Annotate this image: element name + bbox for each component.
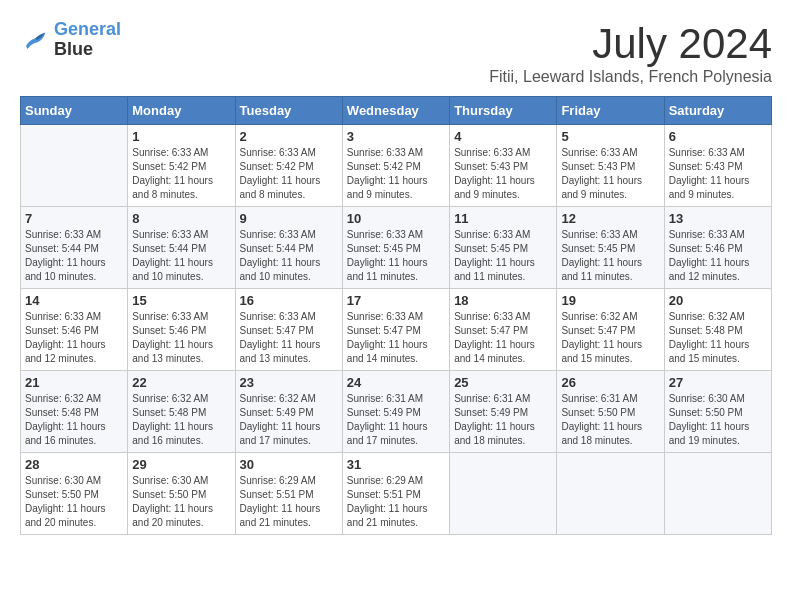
calendar-cell: 31Sunrise: 6:29 AMSunset: 5:51 PMDayligh… xyxy=(342,453,449,535)
calendar-cell: 2Sunrise: 6:33 AMSunset: 5:42 PMDaylight… xyxy=(235,125,342,207)
day-info: Sunrise: 6:33 AMSunset: 5:46 PMDaylight:… xyxy=(25,310,123,366)
calendar-cell: 11Sunrise: 6:33 AMSunset: 5:45 PMDayligh… xyxy=(450,207,557,289)
day-info: Sunrise: 6:29 AMSunset: 5:51 PMDaylight:… xyxy=(240,474,338,530)
logo: General Blue xyxy=(20,20,121,60)
day-number: 30 xyxy=(240,457,338,472)
calendar-cell: 19Sunrise: 6:32 AMSunset: 5:47 PMDayligh… xyxy=(557,289,664,371)
page-header: General Blue July 2024 Fitii, Leeward Is… xyxy=(20,20,772,86)
day-number: 13 xyxy=(669,211,767,226)
day-info: Sunrise: 6:32 AMSunset: 5:48 PMDaylight:… xyxy=(25,392,123,448)
day-info: Sunrise: 6:31 AMSunset: 5:49 PMDaylight:… xyxy=(347,392,445,448)
calendar-cell: 8Sunrise: 6:33 AMSunset: 5:44 PMDaylight… xyxy=(128,207,235,289)
day-info: Sunrise: 6:33 AMSunset: 5:45 PMDaylight:… xyxy=(454,228,552,284)
day-number: 16 xyxy=(240,293,338,308)
calendar-cell: 29Sunrise: 6:30 AMSunset: 5:50 PMDayligh… xyxy=(128,453,235,535)
calendar-cell: 1Sunrise: 6:33 AMSunset: 5:42 PMDaylight… xyxy=(128,125,235,207)
day-number: 9 xyxy=(240,211,338,226)
day-info: Sunrise: 6:33 AMSunset: 5:42 PMDaylight:… xyxy=(240,146,338,202)
day-info: Sunrise: 6:33 AMSunset: 5:47 PMDaylight:… xyxy=(347,310,445,366)
day-number: 17 xyxy=(347,293,445,308)
calendar-cell: 3Sunrise: 6:33 AMSunset: 5:42 PMDaylight… xyxy=(342,125,449,207)
day-info: Sunrise: 6:33 AMSunset: 5:42 PMDaylight:… xyxy=(132,146,230,202)
day-number: 11 xyxy=(454,211,552,226)
calendar-cell: 10Sunrise: 6:33 AMSunset: 5:45 PMDayligh… xyxy=(342,207,449,289)
day-info: Sunrise: 6:30 AMSunset: 5:50 PMDaylight:… xyxy=(669,392,767,448)
day-number: 3 xyxy=(347,129,445,144)
calendar-cell xyxy=(450,453,557,535)
day-number: 18 xyxy=(454,293,552,308)
day-number: 27 xyxy=(669,375,767,390)
calendar-cell: 5Sunrise: 6:33 AMSunset: 5:43 PMDaylight… xyxy=(557,125,664,207)
calendar-cell: 30Sunrise: 6:29 AMSunset: 5:51 PMDayligh… xyxy=(235,453,342,535)
day-number: 7 xyxy=(25,211,123,226)
day-number: 14 xyxy=(25,293,123,308)
calendar-cell: 28Sunrise: 6:30 AMSunset: 5:50 PMDayligh… xyxy=(21,453,128,535)
day-number: 5 xyxy=(561,129,659,144)
day-number: 12 xyxy=(561,211,659,226)
calendar-week-row: 28Sunrise: 6:30 AMSunset: 5:50 PMDayligh… xyxy=(21,453,772,535)
calendar-cell: 7Sunrise: 6:33 AMSunset: 5:44 PMDaylight… xyxy=(21,207,128,289)
title-block: July 2024 Fitii, Leeward Islands, French… xyxy=(489,20,772,86)
calendar-cell: 23Sunrise: 6:32 AMSunset: 5:49 PMDayligh… xyxy=(235,371,342,453)
day-number: 26 xyxy=(561,375,659,390)
day-info: Sunrise: 6:32 AMSunset: 5:48 PMDaylight:… xyxy=(132,392,230,448)
calendar-table: SundayMondayTuesdayWednesdayThursdayFrid… xyxy=(20,96,772,535)
weekday-header: Wednesday xyxy=(342,97,449,125)
calendar-cell: 20Sunrise: 6:32 AMSunset: 5:48 PMDayligh… xyxy=(664,289,771,371)
day-number: 1 xyxy=(132,129,230,144)
day-info: Sunrise: 6:29 AMSunset: 5:51 PMDaylight:… xyxy=(347,474,445,530)
day-number: 29 xyxy=(132,457,230,472)
day-info: Sunrise: 6:32 AMSunset: 5:48 PMDaylight:… xyxy=(669,310,767,366)
calendar-cell: 13Sunrise: 6:33 AMSunset: 5:46 PMDayligh… xyxy=(664,207,771,289)
calendar-cell: 22Sunrise: 6:32 AMSunset: 5:48 PMDayligh… xyxy=(128,371,235,453)
day-info: Sunrise: 6:32 AMSunset: 5:47 PMDaylight:… xyxy=(561,310,659,366)
weekday-header: Thursday xyxy=(450,97,557,125)
day-info: Sunrise: 6:32 AMSunset: 5:49 PMDaylight:… xyxy=(240,392,338,448)
day-number: 22 xyxy=(132,375,230,390)
logo-icon xyxy=(20,25,50,55)
calendar-week-row: 7Sunrise: 6:33 AMSunset: 5:44 PMDaylight… xyxy=(21,207,772,289)
day-number: 25 xyxy=(454,375,552,390)
day-info: Sunrise: 6:33 AMSunset: 5:42 PMDaylight:… xyxy=(347,146,445,202)
day-info: Sunrise: 6:33 AMSunset: 5:45 PMDaylight:… xyxy=(347,228,445,284)
calendar-cell: 17Sunrise: 6:33 AMSunset: 5:47 PMDayligh… xyxy=(342,289,449,371)
day-number: 20 xyxy=(669,293,767,308)
calendar-week-row: 21Sunrise: 6:32 AMSunset: 5:48 PMDayligh… xyxy=(21,371,772,453)
month-title: July 2024 xyxy=(489,20,772,68)
weekday-header: Sunday xyxy=(21,97,128,125)
calendar-cell: 16Sunrise: 6:33 AMSunset: 5:47 PMDayligh… xyxy=(235,289,342,371)
calendar-cell xyxy=(664,453,771,535)
calendar-cell: 4Sunrise: 6:33 AMSunset: 5:43 PMDaylight… xyxy=(450,125,557,207)
calendar-cell: 14Sunrise: 6:33 AMSunset: 5:46 PMDayligh… xyxy=(21,289,128,371)
day-number: 6 xyxy=(669,129,767,144)
day-number: 19 xyxy=(561,293,659,308)
day-info: Sunrise: 6:31 AMSunset: 5:49 PMDaylight:… xyxy=(454,392,552,448)
calendar-cell: 15Sunrise: 6:33 AMSunset: 5:46 PMDayligh… xyxy=(128,289,235,371)
day-info: Sunrise: 6:33 AMSunset: 5:43 PMDaylight:… xyxy=(669,146,767,202)
calendar-week-row: 1Sunrise: 6:33 AMSunset: 5:42 PMDaylight… xyxy=(21,125,772,207)
calendar-cell: 9Sunrise: 6:33 AMSunset: 5:44 PMDaylight… xyxy=(235,207,342,289)
day-info: Sunrise: 6:31 AMSunset: 5:50 PMDaylight:… xyxy=(561,392,659,448)
day-info: Sunrise: 6:33 AMSunset: 5:43 PMDaylight:… xyxy=(454,146,552,202)
logo-text: General Blue xyxy=(54,20,121,60)
day-info: Sunrise: 6:33 AMSunset: 5:47 PMDaylight:… xyxy=(454,310,552,366)
day-info: Sunrise: 6:33 AMSunset: 5:44 PMDaylight:… xyxy=(25,228,123,284)
weekday-header: Monday xyxy=(128,97,235,125)
day-info: Sunrise: 6:33 AMSunset: 5:44 PMDaylight:… xyxy=(132,228,230,284)
day-number: 24 xyxy=(347,375,445,390)
calendar-cell: 24Sunrise: 6:31 AMSunset: 5:49 PMDayligh… xyxy=(342,371,449,453)
day-info: Sunrise: 6:33 AMSunset: 5:43 PMDaylight:… xyxy=(561,146,659,202)
day-info: Sunrise: 6:33 AMSunset: 5:45 PMDaylight:… xyxy=(561,228,659,284)
day-number: 8 xyxy=(132,211,230,226)
day-info: Sunrise: 6:33 AMSunset: 5:47 PMDaylight:… xyxy=(240,310,338,366)
calendar-cell: 26Sunrise: 6:31 AMSunset: 5:50 PMDayligh… xyxy=(557,371,664,453)
day-number: 15 xyxy=(132,293,230,308)
calendar-cell xyxy=(21,125,128,207)
weekday-header: Saturday xyxy=(664,97,771,125)
day-info: Sunrise: 6:33 AMSunset: 5:46 PMDaylight:… xyxy=(132,310,230,366)
calendar-cell: 6Sunrise: 6:33 AMSunset: 5:43 PMDaylight… xyxy=(664,125,771,207)
day-info: Sunrise: 6:30 AMSunset: 5:50 PMDaylight:… xyxy=(132,474,230,530)
day-info: Sunrise: 6:33 AMSunset: 5:46 PMDaylight:… xyxy=(669,228,767,284)
day-number: 2 xyxy=(240,129,338,144)
weekday-header: Friday xyxy=(557,97,664,125)
